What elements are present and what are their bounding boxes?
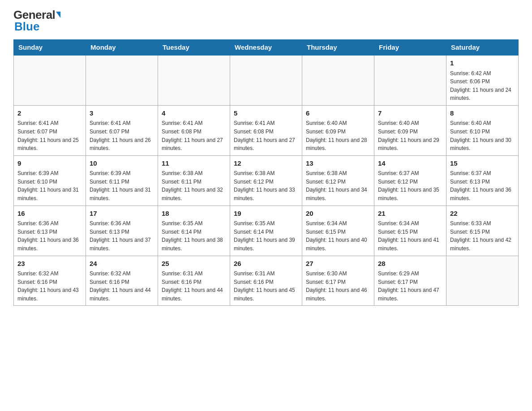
day-cell: 10Sunrise: 6:39 AM Sunset: 6:11 PM Dayli… — [86, 155, 158, 206]
day-number: 11 — [162, 158, 226, 169]
day-number: 5 — [234, 108, 298, 119]
day-info: Sunrise: 6:38 AM Sunset: 6:12 PM Dayligh… — [306, 169, 370, 202]
header-sunday: Sunday — [14, 40, 86, 56]
day-cell: 2Sunrise: 6:41 AM Sunset: 6:07 PM Daylig… — [14, 105, 86, 155]
day-cell: 4Sunrise: 6:41 AM Sunset: 6:08 PM Daylig… — [158, 105, 230, 155]
day-cell: 17Sunrise: 6:36 AM Sunset: 6:13 PM Dayli… — [86, 206, 158, 256]
day-cell: 22Sunrise: 6:33 AM Sunset: 6:15 PM Dayli… — [446, 206, 519, 256]
day-number: 24 — [90, 259, 154, 269]
day-cell: 12Sunrise: 6:38 AM Sunset: 6:12 PM Dayli… — [230, 155, 302, 206]
day-info: Sunrise: 6:40 AM Sunset: 6:10 PM Dayligh… — [450, 119, 515, 152]
day-number: 25 — [162, 259, 226, 269]
day-cell: 8Sunrise: 6:40 AM Sunset: 6:10 PM Daylig… — [446, 105, 519, 155]
day-cell: 24Sunrise: 6:32 AM Sunset: 6:16 PM Dayli… — [86, 256, 158, 306]
page-header: General Blue — [13, 9, 519, 32]
day-cell: 18Sunrise: 6:35 AM Sunset: 6:14 PM Dayli… — [158, 206, 230, 256]
day-cell — [158, 55, 230, 105]
day-number: 12 — [234, 158, 298, 169]
logo-general: General — [13, 9, 55, 21]
day-info: Sunrise: 6:40 AM Sunset: 6:09 PM Dayligh… — [378, 119, 442, 152]
day-number: 6 — [306, 108, 370, 119]
day-info: Sunrise: 6:42 AM Sunset: 6:06 PM Dayligh… — [450, 69, 515, 103]
day-info: Sunrise: 6:41 AM Sunset: 6:07 PM Dayligh… — [90, 119, 154, 152]
day-number: 28 — [378, 259, 442, 269]
day-info: Sunrise: 6:32 AM Sunset: 6:16 PM Dayligh… — [90, 270, 154, 303]
day-info: Sunrise: 6:33 AM Sunset: 6:15 PM Dayligh… — [450, 219, 515, 253]
day-cell: 25Sunrise: 6:31 AM Sunset: 6:16 PM Dayli… — [158, 256, 230, 306]
day-number: 7 — [378, 108, 442, 119]
calendar-body: 1Sunrise: 6:42 AM Sunset: 6:06 PM Daylig… — [14, 55, 519, 306]
day-info: Sunrise: 6:30 AM Sunset: 6:17 PM Dayligh… — [306, 270, 370, 303]
header-monday: Monday — [86, 40, 158, 56]
day-number: 14 — [378, 158, 442, 169]
day-info: Sunrise: 6:37 AM Sunset: 6:13 PM Dayligh… — [450, 169, 515, 202]
day-info: Sunrise: 6:38 AM Sunset: 6:12 PM Dayligh… — [234, 169, 298, 202]
day-number: 21 — [378, 209, 442, 219]
day-number: 23 — [17, 259, 82, 269]
day-number: 10 — [90, 158, 154, 169]
logo-blue: Blue — [14, 21, 39, 32]
header-tuesday: Tuesday — [158, 40, 230, 56]
day-cell: 20Sunrise: 6:34 AM Sunset: 6:15 PM Dayli… — [302, 206, 374, 256]
day-info: Sunrise: 6:36 AM Sunset: 6:13 PM Dayligh… — [90, 219, 154, 253]
day-cell: 1Sunrise: 6:42 AM Sunset: 6:06 PM Daylig… — [446, 55, 519, 105]
day-info: Sunrise: 6:41 AM Sunset: 6:08 PM Dayligh… — [234, 119, 298, 152]
day-info: Sunrise: 6:34 AM Sunset: 6:15 PM Dayligh… — [378, 219, 442, 253]
day-cell: 9Sunrise: 6:39 AM Sunset: 6:10 PM Daylig… — [14, 155, 86, 206]
day-info: Sunrise: 6:40 AM Sunset: 6:09 PM Dayligh… — [306, 119, 370, 152]
day-number: 15 — [450, 158, 515, 169]
day-info: Sunrise: 6:31 AM Sunset: 6:16 PM Dayligh… — [234, 270, 298, 303]
day-cell: 21Sunrise: 6:34 AM Sunset: 6:15 PM Dayli… — [374, 206, 446, 256]
day-number: 17 — [90, 209, 154, 219]
week-row-3: 9Sunrise: 6:39 AM Sunset: 6:10 PM Daylig… — [14, 155, 519, 206]
day-info: Sunrise: 6:31 AM Sunset: 6:16 PM Dayligh… — [162, 270, 226, 303]
day-cell — [14, 55, 86, 105]
day-info: Sunrise: 6:36 AM Sunset: 6:13 PM Dayligh… — [17, 219, 82, 253]
calendar-table: SundayMondayTuesdayWednesdayThursdayFrid… — [13, 39, 519, 306]
day-info: Sunrise: 6:39 AM Sunset: 6:11 PM Dayligh… — [90, 169, 154, 202]
day-number: 26 — [234, 259, 298, 269]
day-number: 13 — [306, 158, 370, 169]
week-row-1: 1Sunrise: 6:42 AM Sunset: 6:06 PM Daylig… — [14, 55, 519, 105]
day-info: Sunrise: 6:35 AM Sunset: 6:14 PM Dayligh… — [162, 219, 226, 253]
logo-triangle-icon — [56, 12, 60, 18]
header-saturday: Saturday — [446, 40, 519, 56]
day-number: 16 — [17, 209, 82, 219]
day-cell — [230, 55, 302, 105]
day-cell — [374, 55, 446, 105]
day-number: 20 — [306, 209, 370, 219]
day-info: Sunrise: 6:41 AM Sunset: 6:08 PM Dayligh… — [162, 119, 226, 152]
day-number: 27 — [306, 259, 370, 269]
week-row-4: 16Sunrise: 6:36 AM Sunset: 6:13 PM Dayli… — [14, 206, 519, 256]
day-number: 22 — [450, 209, 515, 219]
week-row-2: 2Sunrise: 6:41 AM Sunset: 6:07 PM Daylig… — [14, 105, 519, 155]
day-cell: 3Sunrise: 6:41 AM Sunset: 6:07 PM Daylig… — [86, 105, 158, 155]
day-cell: 28Sunrise: 6:29 AM Sunset: 6:17 PM Dayli… — [374, 256, 446, 306]
day-number: 4 — [162, 108, 226, 119]
day-info: Sunrise: 6:39 AM Sunset: 6:10 PM Dayligh… — [17, 169, 82, 202]
day-cell: 15Sunrise: 6:37 AM Sunset: 6:13 PM Dayli… — [446, 155, 519, 206]
header-wednesday: Wednesday — [230, 40, 302, 56]
day-cell: 5Sunrise: 6:41 AM Sunset: 6:08 PM Daylig… — [230, 105, 302, 155]
day-number: 19 — [234, 209, 298, 219]
day-number: 3 — [90, 108, 154, 119]
day-number: 18 — [162, 209, 226, 219]
day-info: Sunrise: 6:41 AM Sunset: 6:07 PM Dayligh… — [17, 119, 82, 152]
day-cell: 23Sunrise: 6:32 AM Sunset: 6:16 PM Dayli… — [14, 256, 86, 306]
day-info: Sunrise: 6:34 AM Sunset: 6:15 PM Dayligh… — [306, 219, 370, 253]
day-cell — [302, 55, 374, 105]
day-cell: 11Sunrise: 6:38 AM Sunset: 6:11 PM Dayli… — [158, 155, 230, 206]
day-cell: 27Sunrise: 6:30 AM Sunset: 6:17 PM Dayli… — [302, 256, 374, 306]
day-number: 9 — [17, 158, 82, 169]
day-cell — [446, 256, 519, 306]
day-cell — [86, 55, 158, 105]
header-row: SundayMondayTuesdayWednesdayThursdayFrid… — [14, 40, 519, 56]
day-info: Sunrise: 6:38 AM Sunset: 6:11 PM Dayligh… — [162, 169, 226, 202]
day-cell: 16Sunrise: 6:36 AM Sunset: 6:13 PM Dayli… — [14, 206, 86, 256]
day-cell: 6Sunrise: 6:40 AM Sunset: 6:09 PM Daylig… — [302, 105, 374, 155]
day-info: Sunrise: 6:32 AM Sunset: 6:16 PM Dayligh… — [17, 270, 82, 303]
day-number: 2 — [17, 108, 82, 119]
week-row-5: 23Sunrise: 6:32 AM Sunset: 6:16 PM Dayli… — [14, 256, 519, 306]
calendar-header: SundayMondayTuesdayWednesdayThursdayFrid… — [14, 40, 519, 56]
day-cell: 7Sunrise: 6:40 AM Sunset: 6:09 PM Daylig… — [374, 105, 446, 155]
